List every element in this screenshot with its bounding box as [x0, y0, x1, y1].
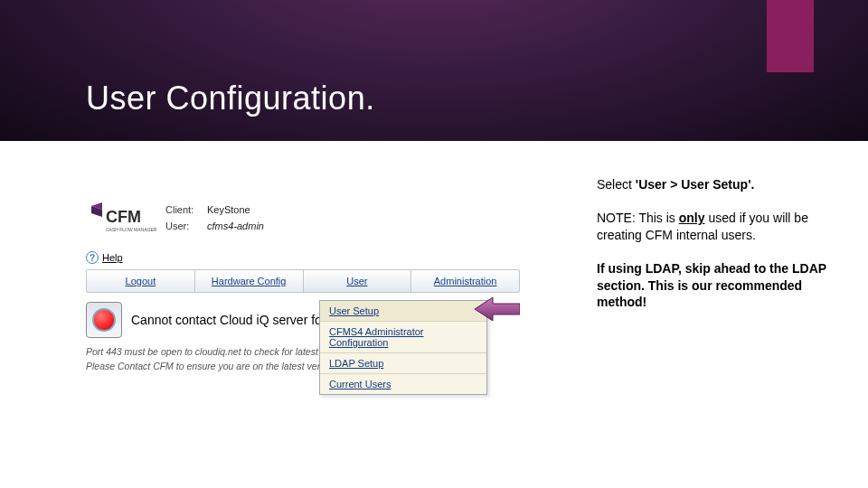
user-label: User:	[165, 219, 202, 235]
accent-tab	[767, 0, 814, 72]
menu-user-setup[interactable]: User Setup	[320, 301, 486, 322]
instruction-panel: Select 'User > User Setup'. NOTE: This i…	[597, 176, 832, 327]
tabbar: Logout Hardware Config User Administrati…	[86, 269, 520, 293]
user-value: cfms4-admin	[207, 219, 264, 235]
tab-user[interactable]: User	[304, 270, 412, 292]
instruction-ldap: If using LDAP, skip ahead to the LDAP se…	[597, 260, 832, 312]
help-icon: ?	[86, 251, 99, 264]
slide-banner: User Configuration.	[0, 0, 868, 141]
step-lead: Select	[597, 177, 636, 192]
note-prefix: NOTE: This is	[597, 211, 679, 225]
cfm-meta: Client: KeyStone User: cfms4-admin	[165, 202, 264, 234]
client-label: Client:	[165, 202, 202, 219]
client-value: KeyStone	[207, 202, 250, 219]
svg-text:CASH FLOW MANAGER: CASH FLOW MANAGER	[106, 227, 156, 232]
menu-admin-config[interactable]: CFMS4 Administrator Configuration	[320, 322, 486, 353]
user-dropdown: User Setup CFMS4 Administrator Configura…	[319, 300, 487, 395]
instruction-step: Select 'User > User Setup'.	[597, 176, 832, 193]
menu-current-users[interactable]: Current Users	[320, 374, 486, 394]
menu-ldap-setup[interactable]: LDAP Setup	[320, 353, 486, 374]
note-emphasis: only	[679, 211, 705, 225]
step-path: 'User > User Setup'.	[636, 177, 755, 192]
instruction-note: NOTE: This is only used if you will be c…	[597, 210, 832, 244]
help-link[interactable]: Help	[102, 252, 123, 263]
tab-administration[interactable]: Administration	[411, 270, 519, 292]
cfm-logo: CFM CASH FLOW MANAGER	[86, 202, 156, 239]
tab-logout[interactable]: Logout	[87, 270, 195, 292]
help-row[interactable]: ? Help	[86, 251, 520, 264]
record-icon	[86, 302, 122, 338]
embedded-screenshot: CFM CASH FLOW MANAGER Client: KeyStone U…	[86, 199, 520, 374]
cfm-header: CFM CASH FLOW MANAGER Client: KeyStone U…	[86, 199, 520, 248]
svg-text:CFM: CFM	[106, 208, 141, 226]
tab-hardware-config[interactable]: Hardware Config	[195, 270, 304, 292]
callout-arrow-icon	[475, 297, 520, 321]
page-title: User Configuration.	[86, 80, 375, 117]
